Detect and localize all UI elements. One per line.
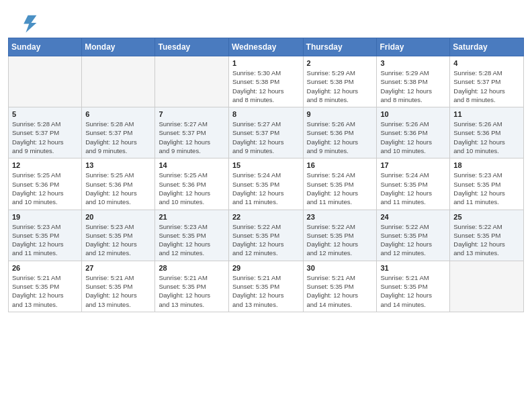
day-info: Sunrise: 5:24 AM Sunset: 5:35 PM Dayligh… [232, 171, 300, 206]
day-number: 23 [307, 213, 373, 221]
calendar-week-row: 26Sunrise: 5:21 AM Sunset: 5:35 PM Dayli… [9, 261, 524, 312]
day-info: Sunrise: 5:25 AM Sunset: 5:36 PM Dayligh… [12, 171, 78, 206]
calendar-cell: 14Sunrise: 5:25 AM Sunset: 5:36 PM Dayli… [155, 158, 228, 210]
day-info: Sunrise: 5:25 AM Sunset: 5:36 PM Dayligh… [159, 171, 224, 206]
calendar-cell: 31Sunrise: 5:21 AM Sunset: 5:35 PM Dayli… [377, 261, 450, 312]
calendar-week-row: 19Sunrise: 5:23 AM Sunset: 5:35 PM Dayli… [9, 210, 524, 261]
day-info: Sunrise: 5:21 AM Sunset: 5:35 PM Dayligh… [12, 273, 78, 309]
day-info: Sunrise: 5:24 AM Sunset: 5:35 PM Dayligh… [380, 171, 446, 206]
calendar-cell: 2Sunrise: 5:29 AM Sunset: 5:38 PM Daylig… [303, 56, 377, 107]
day-number: 25 [453, 213, 520, 221]
day-info: Sunrise: 5:26 AM Sunset: 5:36 PM Dayligh… [453, 120, 520, 155]
day-info: Sunrise: 5:29 AM Sunset: 5:38 PM Dayligh… [307, 68, 373, 104]
calendar-table: SundayMondayTuesdayWednesdayThursdayFrid… [8, 38, 524, 312]
calendar-week-row: 12Sunrise: 5:25 AM Sunset: 5:36 PM Dayli… [9, 158, 524, 210]
calendar-cell: 15Sunrise: 5:24 AM Sunset: 5:35 PM Dayli… [228, 158, 303, 210]
calendar-cell [9, 56, 82, 107]
logo [16, 12, 42, 34]
day-info: Sunrise: 5:30 AM Sunset: 5:38 PM Dayligh… [232, 68, 300, 104]
day-number: 1 [232, 59, 300, 67]
calendar-cell: 27Sunrise: 5:21 AM Sunset: 5:35 PM Dayli… [82, 261, 155, 312]
weekday-header-wednesday: Wednesday [228, 38, 303, 56]
day-number: 6 [85, 110, 151, 118]
day-number: 2 [307, 59, 373, 67]
calendar-cell [155, 56, 228, 107]
day-number: 30 [307, 264, 373, 272]
calendar-cell: 23Sunrise: 5:22 AM Sunset: 5:35 PM Dayli… [303, 210, 377, 261]
calendar-week-row: 1Sunrise: 5:30 AM Sunset: 5:38 PM Daylig… [9, 56, 524, 107]
weekday-header-monday: Monday [82, 38, 155, 56]
calendar-cell: 11Sunrise: 5:26 AM Sunset: 5:36 PM Dayli… [450, 107, 524, 158]
day-info: Sunrise: 5:24 AM Sunset: 5:35 PM Dayligh… [307, 171, 373, 206]
day-info: Sunrise: 5:28 AM Sunset: 5:37 PM Dayligh… [12, 120, 78, 155]
calendar-cell: 30Sunrise: 5:21 AM Sunset: 5:35 PM Dayli… [303, 261, 377, 312]
calendar-cell: 9Sunrise: 5:26 AM Sunset: 5:36 PM Daylig… [303, 107, 377, 158]
weekday-header-friday: Friday [377, 38, 450, 56]
day-number: 27 [85, 264, 151, 272]
day-info: Sunrise: 5:28 AM Sunset: 5:37 PM Dayligh… [453, 68, 520, 104]
calendar-cell: 13Sunrise: 5:25 AM Sunset: 5:36 PM Dayli… [82, 158, 155, 210]
day-info: Sunrise: 5:26 AM Sunset: 5:36 PM Dayligh… [307, 120, 373, 155]
calendar-cell: 26Sunrise: 5:21 AM Sunset: 5:35 PM Dayli… [9, 261, 82, 312]
logo-icon [16, 12, 38, 34]
day-number: 5 [12, 110, 78, 118]
calendar-cell: 1Sunrise: 5:30 AM Sunset: 5:38 PM Daylig… [228, 56, 303, 107]
day-number: 28 [159, 264, 224, 272]
day-info: Sunrise: 5:27 AM Sunset: 5:37 PM Dayligh… [159, 120, 224, 155]
calendar-week-row: 5Sunrise: 5:28 AM Sunset: 5:37 PM Daylig… [9, 107, 524, 158]
calendar-cell: 21Sunrise: 5:23 AM Sunset: 5:35 PM Dayli… [155, 210, 228, 261]
day-number: 15 [232, 161, 300, 169]
day-number: 16 [307, 161, 373, 169]
weekday-header-sunday: Sunday [9, 38, 82, 56]
calendar-cell [450, 261, 524, 312]
day-number: 17 [380, 161, 446, 169]
weekday-header-saturday: Saturday [450, 38, 524, 56]
day-number: 18 [453, 161, 520, 169]
day-info: Sunrise: 5:25 AM Sunset: 5:36 PM Dayligh… [85, 171, 151, 206]
calendar-cell: 20Sunrise: 5:23 AM Sunset: 5:35 PM Dayli… [82, 210, 155, 261]
calendar-cell: 8Sunrise: 5:27 AM Sunset: 5:37 PM Daylig… [228, 107, 303, 158]
calendar-header-row: SundayMondayTuesdayWednesdayThursdayFrid… [9, 38, 524, 56]
day-number: 19 [12, 213, 78, 221]
day-number: 22 [232, 213, 300, 221]
day-number: 10 [380, 110, 446, 118]
day-number: 26 [12, 264, 78, 272]
day-info: Sunrise: 5:23 AM Sunset: 5:35 PM Dayligh… [12, 222, 78, 258]
calendar-cell: 4Sunrise: 5:28 AM Sunset: 5:37 PM Daylig… [450, 56, 524, 107]
day-number: 24 [380, 213, 446, 221]
calendar-cell: 3Sunrise: 5:29 AM Sunset: 5:38 PM Daylig… [377, 56, 450, 107]
header [0, 0, 532, 38]
calendar-cell: 17Sunrise: 5:24 AM Sunset: 5:35 PM Dayli… [377, 158, 450, 210]
day-info: Sunrise: 5:21 AM Sunset: 5:35 PM Dayligh… [380, 273, 446, 309]
day-info: Sunrise: 5:21 AM Sunset: 5:35 PM Dayligh… [232, 273, 300, 309]
day-info: Sunrise: 5:21 AM Sunset: 5:35 PM Dayligh… [85, 273, 151, 309]
day-number: 21 [159, 213, 224, 221]
day-number: 9 [307, 110, 373, 118]
day-info: Sunrise: 5:23 AM Sunset: 5:35 PM Dayligh… [85, 222, 151, 258]
day-info: Sunrise: 5:29 AM Sunset: 5:38 PM Dayligh… [380, 68, 446, 104]
calendar-cell: 25Sunrise: 5:22 AM Sunset: 5:35 PM Dayli… [450, 210, 524, 261]
calendar-cell [82, 56, 155, 107]
calendar-cell: 19Sunrise: 5:23 AM Sunset: 5:35 PM Dayli… [9, 210, 82, 261]
svg-marker-0 [24, 15, 36, 33]
day-info: Sunrise: 5:22 AM Sunset: 5:35 PM Dayligh… [232, 222, 300, 258]
calendar-cell: 10Sunrise: 5:26 AM Sunset: 5:36 PM Dayli… [377, 107, 450, 158]
page-container: SundayMondayTuesdayWednesdayThursdayFrid… [0, 0, 532, 320]
calendar-cell: 22Sunrise: 5:22 AM Sunset: 5:35 PM Dayli… [228, 210, 303, 261]
day-info: Sunrise: 5:22 AM Sunset: 5:35 PM Dayligh… [307, 222, 373, 258]
day-number: 14 [159, 161, 224, 169]
calendar-cell: 16Sunrise: 5:24 AM Sunset: 5:35 PM Dayli… [303, 158, 377, 210]
calendar-cell: 24Sunrise: 5:22 AM Sunset: 5:35 PM Dayli… [377, 210, 450, 261]
day-number: 13 [85, 161, 151, 169]
calendar-cell: 7Sunrise: 5:27 AM Sunset: 5:37 PM Daylig… [155, 107, 228, 158]
weekday-header-tuesday: Tuesday [155, 38, 228, 56]
day-info: Sunrise: 5:22 AM Sunset: 5:35 PM Dayligh… [380, 222, 446, 258]
day-info: Sunrise: 5:23 AM Sunset: 5:35 PM Dayligh… [159, 222, 224, 258]
day-number: 12 [12, 161, 78, 169]
day-info: Sunrise: 5:22 AM Sunset: 5:35 PM Dayligh… [453, 222, 520, 258]
day-info: Sunrise: 5:27 AM Sunset: 5:37 PM Dayligh… [232, 120, 300, 155]
calendar-cell: 12Sunrise: 5:25 AM Sunset: 5:36 PM Dayli… [9, 158, 82, 210]
day-info: Sunrise: 5:23 AM Sunset: 5:35 PM Dayligh… [453, 171, 520, 206]
day-number: 11 [453, 110, 520, 118]
day-number: 29 [232, 264, 300, 272]
